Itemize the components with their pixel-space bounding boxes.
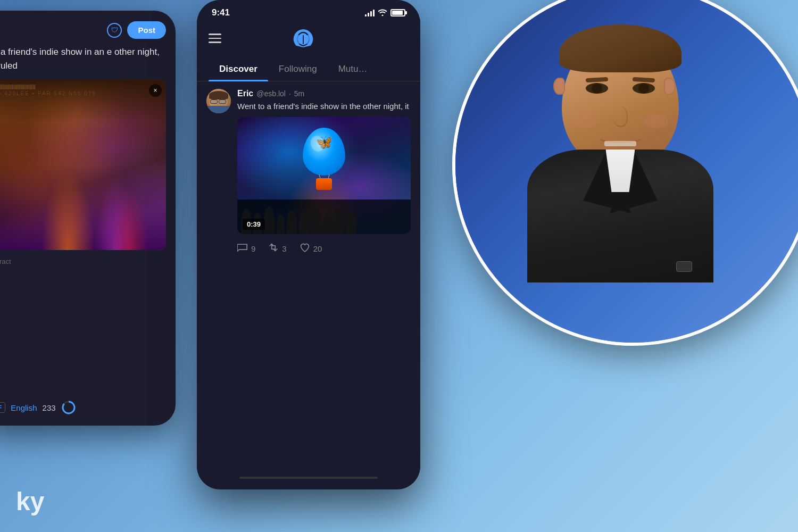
left-ear: [553, 78, 565, 95]
crowd-6: [299, 212, 308, 234]
right-eyebrow: [633, 77, 655, 82]
battery-icon: [390, 9, 405, 16]
compose-text: to a friend's indie show in an e other n…: [0, 45, 166, 72]
post-text: Went to a friend's indie show in the oth…: [237, 101, 411, 112]
home-indicator: [239, 477, 378, 479]
crowd-10: [346, 211, 356, 234]
compose-image: ▪ 420LEE ▪ PAR 542 N55 075 |||||||||||||…: [0, 80, 166, 250]
post-button[interactable]: Post: [127, 21, 166, 39]
repost-count: 3: [282, 244, 286, 253]
portrait-body: [509, 19, 732, 296]
duration-badge: 0:39: [243, 219, 265, 230]
like-icon: [300, 243, 310, 255]
left-eye-area: [586, 83, 608, 98]
post-content: Eric @esb.lol · 5m Went to a friend's in…: [237, 89, 411, 258]
avatar: [206, 89, 231, 113]
status-bar: 9:41: [197, 0, 420, 22]
compose-footer: GIF English 233: [0, 400, 166, 415]
crowd-5: [287, 210, 297, 234]
repost-icon: [268, 243, 279, 255]
post-header: Eric @esb.lol · 5m: [237, 89, 411, 98]
phone-left: 🛡 Post to a friend's indie show in an e …: [0, 11, 176, 426]
hamburger-line-1: [209, 34, 221, 35]
glasses-left: [210, 99, 218, 104]
balloon-basket: [316, 178, 332, 190]
avatar-bg: [206, 89, 231, 113]
teeth: [604, 141, 636, 146]
app-header: [197, 22, 420, 59]
signal-bar-4: [373, 10, 375, 16]
ceiling: ||||||||||||||||||||||||||||||||: [0, 80, 166, 122]
crowd-8: [323, 213, 332, 234]
nose: [613, 107, 628, 127]
reply-action[interactable]: 9: [237, 243, 255, 255]
right-eye-area: [633, 83, 655, 98]
jacket-body: [527, 149, 713, 282]
post-time: 5m: [294, 89, 304, 98]
post-actions: 9 3: [237, 239, 411, 258]
post-item: Eric @esb.lol · 5m Went to a friend's in…: [206, 89, 411, 258]
compose-header: 🛡 Post: [0, 21, 166, 39]
right-pupil: [638, 83, 649, 94]
post-dot: ·: [289, 89, 291, 98]
svg-point-4: [296, 39, 303, 44]
reply-count: 9: [251, 244, 255, 253]
gif-button[interactable]: GIF: [0, 402, 5, 413]
tab-discover[interactable]: Discover: [209, 59, 268, 81]
hair: [559, 24, 681, 72]
close-button[interactable]: ×: [149, 84, 162, 97]
wifi-icon: [378, 9, 387, 18]
status-icons: [365, 9, 405, 18]
post-author: Eric: [237, 89, 253, 98]
elon-portrait-circle: [452, 0, 798, 346]
crowd-7: [310, 207, 321, 234]
mouth: [596, 134, 644, 149]
phone-center: 9:41: [197, 0, 420, 489]
battery-fill: [392, 11, 403, 15]
signal-bar-2: [368, 13, 369, 16]
bluesky-wordmark: ky: [16, 487, 44, 516]
reply-icon: [237, 243, 248, 255]
right-eye: [633, 83, 655, 94]
left-cheek: [572, 115, 596, 128]
feed: Eric @esb.lol · 5m Went to a friend's in…: [197, 81, 420, 470]
crowd-3: [264, 206, 275, 234]
like-action[interactable]: 20: [300, 243, 322, 255]
jacket-detail: [676, 261, 692, 272]
avatar-hair: [209, 91, 228, 99]
tab-mutual[interactable]: Mutu…: [328, 59, 378, 81]
language-label: English: [11, 403, 37, 412]
svg-point-5: [304, 39, 310, 44]
status-time: 9:41: [212, 7, 230, 18]
signal-bars-icon: [365, 9, 375, 16]
glasses-right: [219, 99, 226, 104]
post-handle: @esb.lol: [256, 89, 286, 98]
interact-row: interact: [0, 257, 166, 265]
bluesky-logo: [292, 27, 315, 50]
hamburger-line-3: [209, 41, 221, 43]
nose-shape: [613, 107, 628, 127]
hamburger-menu[interactable]: [209, 34, 221, 43]
avatar-shirt: [206, 106, 231, 113]
char-count: 233: [43, 403, 56, 412]
progress-circle: [61, 400, 76, 415]
left-eyebrow: [586, 77, 608, 82]
hamburger-line-2: [209, 38, 221, 39]
signal-bar-1: [365, 14, 367, 16]
left-pupil: [592, 83, 602, 94]
right-ear: [664, 78, 676, 95]
stage-light-1: [41, 170, 95, 250]
avatar-glasses: [210, 99, 227, 104]
tab-following[interactable]: Following: [268, 59, 328, 81]
shield-icon: 🛡: [107, 23, 122, 38]
right-cheek: [644, 115, 668, 128]
stage-light-3: [111, 186, 148, 250]
crowd-4: [277, 214, 285, 234]
signal-bar-3: [370, 11, 372, 16]
tabs: Discover Following Mutu…: [197, 59, 420, 81]
like-count: 20: [313, 244, 322, 253]
crowd-9: [334, 210, 344, 234]
left-eye: [586, 83, 608, 94]
repost-action[interactable]: 3: [268, 243, 286, 255]
post-media[interactable]: 🦋: [237, 117, 411, 234]
